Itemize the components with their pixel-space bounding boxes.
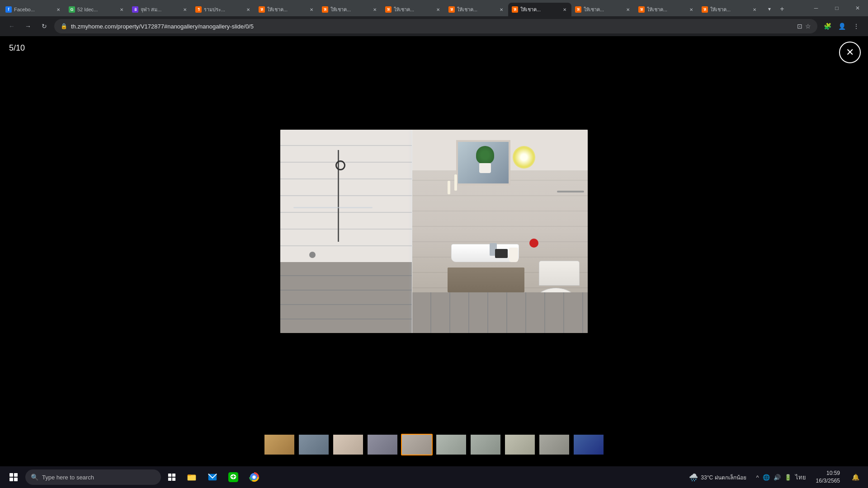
toilet-tank xyxy=(539,261,580,286)
address-bar[interactable]: 🔒 th.zmyhome.com/property/V172877#nanoga… xyxy=(54,19,817,33)
thumb-1[interactable] xyxy=(264,434,295,455)
task-view-button[interactable] xyxy=(163,467,181,487)
bathroom-right xyxy=(412,130,588,333)
new-tab-button[interactable]: + xyxy=(776,3,788,15)
plant-vase xyxy=(479,163,491,173)
network-icon[interactable]: 🌐 xyxy=(763,474,770,481)
tab-6[interactable]: ห ให้เชาค... ✕ xyxy=(318,3,382,16)
mail-button[interactable] xyxy=(203,467,222,487)
candle-2 xyxy=(454,174,457,191)
thumb-6[interactable] xyxy=(435,434,467,455)
tab-2[interactable]: G 52 Idec... ✕ xyxy=(65,3,128,16)
thumb-4[interactable] xyxy=(367,434,398,455)
file-explorer-button[interactable] xyxy=(182,467,202,487)
tab-6-close[interactable]: ✕ xyxy=(372,6,378,13)
tab-bar: f Facebo... ✕ G 52 Idec... ✕ อ จุฬา สม..… xyxy=(0,0,868,16)
keyboard-lang[interactable]: ไทย xyxy=(795,473,806,482)
tab-4-title: รามประ... xyxy=(204,5,243,14)
tab-list-button[interactable]: ▾ xyxy=(763,3,776,15)
weather-condition: ฝนตกเล็กน้อย xyxy=(715,474,746,481)
thumb-8[interactable] xyxy=(504,434,536,455)
tab-11[interactable]: ห ให้เชาค... ✕ xyxy=(635,3,698,16)
tab-4[interactable]: ร รามประ... ✕ xyxy=(192,3,255,16)
svg-rect-2 xyxy=(168,478,171,481)
tab-9-favicon: ห xyxy=(512,6,518,13)
toolbar-right: 🧩 👤 ⋮ xyxy=(821,20,863,33)
ceiling-light xyxy=(513,146,535,169)
svg-rect-1 xyxy=(172,474,175,477)
tab-10-title: ให้เชาค... xyxy=(584,5,623,14)
svg-rect-3 xyxy=(172,478,175,481)
forward-button[interactable]: → xyxy=(22,20,34,33)
thumb-5-active[interactable] xyxy=(401,434,433,455)
extensions-button[interactable]: 🧩 xyxy=(821,20,834,33)
left-upper-tiles xyxy=(280,130,412,262)
tab-2-close[interactable]: ✕ xyxy=(118,6,125,13)
thumb-10[interactable] xyxy=(573,434,604,455)
taskbar-search[interactable]: 🔍 Type here to search xyxy=(25,469,161,485)
tab-4-close[interactable]: ✕ xyxy=(245,6,251,13)
tab-12-close[interactable]: ✕ xyxy=(751,6,758,13)
tab-10[interactable]: ห ให้เชาค... ✕ xyxy=(571,3,635,16)
tab-11-close[interactable]: ✕ xyxy=(688,6,694,13)
volume-icon[interactable]: 🔊 xyxy=(774,474,781,481)
thumb-3[interactable] xyxy=(332,434,364,455)
weather-info: 33°C ฝนตกเล็กน้อย xyxy=(701,473,746,482)
tab-1-title: Facebo... xyxy=(14,7,53,12)
tab-5-title: ให้เชาค... xyxy=(267,5,306,14)
tab-12-title: ให้เชาค... xyxy=(710,5,749,14)
profile-button[interactable]: 👤 xyxy=(835,20,848,33)
tab-3-close[interactable]: ✕ xyxy=(182,6,188,13)
tab-10-favicon: ห xyxy=(575,6,581,13)
bookmark-icon[interactable]: ☆ xyxy=(805,23,811,30)
bathroom-photo xyxy=(280,130,588,333)
temperature: 33°C xyxy=(701,474,713,481)
gallery-close-button[interactable]: ✕ xyxy=(839,42,861,63)
line-button[interactable] xyxy=(223,467,243,487)
tab-8-close[interactable]: ✕ xyxy=(498,6,505,13)
minimize-button[interactable]: ─ xyxy=(806,0,826,16)
sink-object xyxy=(495,249,508,258)
tab-1[interactable]: f Facebo... ✕ xyxy=(2,3,65,16)
close-window-button[interactable]: ✕ xyxy=(847,0,868,16)
shower-area xyxy=(280,130,412,333)
url-text: th.zmyhome.com/property/V172877#nanogall… xyxy=(71,23,793,30)
tab-7-close[interactable]: ✕ xyxy=(435,6,441,13)
tab-5-close[interactable]: ✕ xyxy=(308,6,315,13)
tab-1-close[interactable]: ✕ xyxy=(55,6,61,13)
svg-rect-0 xyxy=(168,474,171,477)
tab-9-active[interactable]: ห ให้เชาค... ✕ xyxy=(508,3,571,16)
chrome-icon xyxy=(249,472,259,482)
windows-logo-icon xyxy=(9,473,18,481)
notification-button[interactable]: 🔔 xyxy=(846,467,864,487)
system-clock[interactable]: 10:59 16/3/2565 xyxy=(812,469,844,485)
maximize-button[interactable]: □ xyxy=(826,0,847,16)
tab-12[interactable]: ห ให้เชาค... ✕ xyxy=(698,3,761,16)
cast-icon[interactable]: ⊡ xyxy=(797,23,802,30)
tab-3[interactable]: อ จุฬา สม... ✕ xyxy=(128,3,192,16)
thumb-9[interactable] xyxy=(538,434,570,455)
battery-icon[interactable]: 🔋 xyxy=(784,474,792,481)
thumb-7[interactable] xyxy=(470,434,501,455)
back-button[interactable]: ← xyxy=(5,20,18,33)
tab-9-close[interactable]: ✕ xyxy=(561,6,568,13)
show-hidden-icons[interactable]: ^ xyxy=(756,474,759,481)
weather-widget[interactable]: 🌧️ 33°C ฝนตกเล็กน้อย xyxy=(685,473,750,482)
tab-1-favicon: f xyxy=(5,6,12,13)
tab-7[interactable]: ห ให้เชาค... ✕ xyxy=(382,3,445,16)
tab-5[interactable]: ห ให้เชาค... ✕ xyxy=(255,3,318,16)
chrome-button[interactable] xyxy=(244,467,264,487)
floor xyxy=(412,292,588,333)
left-lower-tiles xyxy=(280,262,412,333)
clock-time: 10:59 xyxy=(826,469,840,477)
tab-6-title: ให้เชาค... xyxy=(330,5,369,14)
taskbar-right: 🌧️ 33°C ฝนตกเล็กน้อย ^ 🌐 🔊 🔋 ไทย 10:59 1… xyxy=(685,467,864,487)
clock-date: 16/3/2565 xyxy=(816,477,840,485)
tab-8[interactable]: ห ให้เชาค... ✕ xyxy=(445,3,508,16)
tab-10-close[interactable]: ✕ xyxy=(625,6,631,13)
tab-7-favicon: ห xyxy=(385,6,392,13)
reload-button[interactable]: ↻ xyxy=(38,20,51,33)
start-button[interactable] xyxy=(4,467,24,487)
menu-button[interactable]: ⋮ xyxy=(850,20,863,33)
thumb-2[interactable] xyxy=(298,434,330,455)
